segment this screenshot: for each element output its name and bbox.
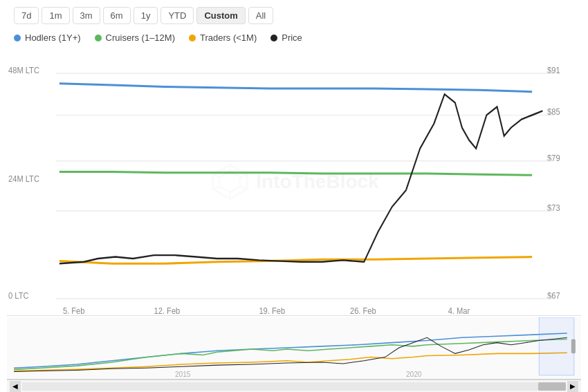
legend-item-hodlers: Hodlers (1Y+)	[14, 32, 81, 43]
toolbar: 7d1m3m6m1yYTDCustomAll	[0, 7, 588, 30]
legend-dot-hodlers	[14, 35, 21, 41]
svg-text:24M LTC: 24M LTC	[8, 174, 39, 184]
svg-text:4. Mar: 4. Mar	[448, 306, 470, 315]
chart-area: IntoTheBlock 48M LTC 24M LTC 0 LTC $91 $…	[0, 48, 588, 392]
svg-text:2015: 2015	[175, 371, 191, 378]
mini-chart-svg: 2015 2020	[7, 317, 581, 379]
svg-text:5. Feb: 5. Feb	[63, 306, 85, 315]
svg-text:$85: $85	[547, 107, 560, 118]
scrollbar: ◀ ▶	[7, 380, 581, 392]
toolbar-btn-custom[interactable]: Custom	[196, 7, 245, 24]
scroll-right-button[interactable]: ▶	[567, 381, 578, 392]
toolbar-btn-7d[interactable]: 7d	[14, 7, 39, 24]
scroll-thumb[interactable]	[538, 382, 566, 391]
svg-text:19. Feb: 19. Feb	[259, 306, 285, 315]
legend-item-cruisers: Cruisers (1–12M)	[95, 32, 175, 43]
legend-item-traders: Traders (<1M)	[189, 32, 257, 43]
legend: Hodlers (1Y+)Cruisers (1–12M)Traders (<1…	[0, 30, 588, 48]
main-chart-svg: 48M LTC 24M LTC 0 LTC $91 $85 $79 $73 $6…	[7, 48, 581, 315]
svg-text:0 LTC: 0 LTC	[8, 290, 29, 301]
toolbar-btn-6m[interactable]: 6m	[103, 7, 131, 24]
scroll-left-button[interactable]: ◀	[10, 381, 21, 392]
toolbar-btn-3m[interactable]: 3m	[73, 7, 100, 24]
toolbar-btn-1m[interactable]: 1m	[42, 7, 69, 24]
scroll-track[interactable]	[22, 382, 566, 391]
svg-text:$67: $67	[547, 290, 560, 301]
legend-label-cruisers: Cruisers (1–12M)	[106, 32, 175, 43]
toolbar-btn-all[interactable]: All	[248, 7, 273, 24]
svg-text:2020: 2020	[406, 371, 422, 378]
legend-dot-traders	[189, 35, 196, 41]
legend-item-price: Price	[270, 32, 302, 43]
app-container: 7d1m3m6m1yYTDCustomAll Hodlers (1Y+)Crui…	[0, 0, 588, 392]
svg-text:26. Feb: 26. Feb	[350, 306, 376, 315]
svg-text:48M LTC: 48M LTC	[8, 65, 39, 75]
svg-text:12. Feb: 12. Feb	[154, 306, 181, 315]
svg-rect-30	[571, 339, 576, 353]
toolbar-btn-1y[interactable]: 1y	[134, 7, 158, 24]
svg-rect-29	[539, 317, 574, 375]
mini-chart: 2015 2020	[7, 317, 581, 380]
toolbar-btn-ytd[interactable]: YTD	[160, 7, 194, 24]
svg-text:$73: $73	[547, 203, 560, 213]
legend-label-traders: Traders (<1M)	[200, 32, 257, 43]
svg-text:$91: $91	[547, 65, 560, 75]
legend-dot-price	[270, 35, 277, 41]
legend-label-price: Price	[282, 32, 302, 43]
svg-text:$79: $79	[547, 153, 560, 163]
legend-label-hodlers: Hodlers (1Y+)	[25, 32, 81, 43]
main-chart: IntoTheBlock 48M LTC 24M LTC 0 LTC $91 $…	[7, 48, 581, 316]
legend-dot-cruisers	[95, 35, 102, 41]
